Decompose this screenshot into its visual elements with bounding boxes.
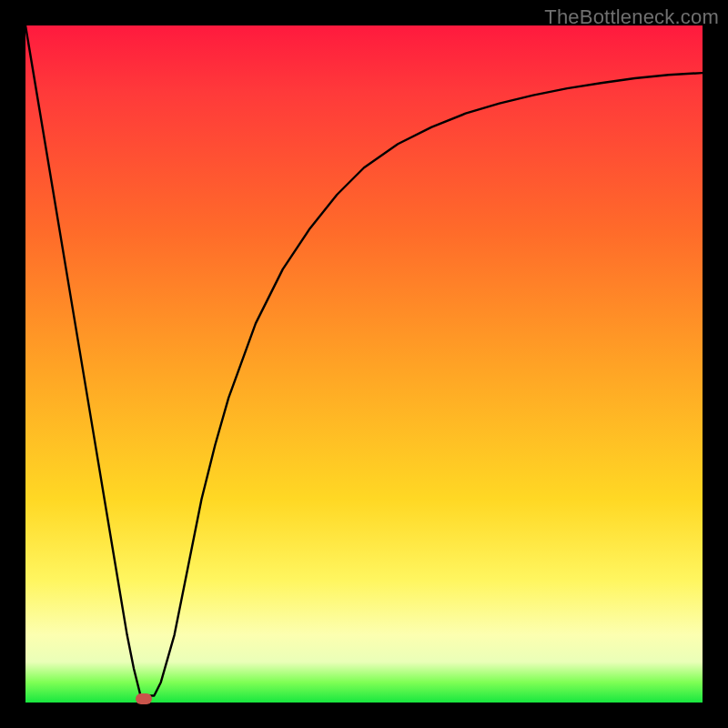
minimum-marker <box>136 693 152 704</box>
curve-path <box>25 25 703 696</box>
plot-area <box>25 25 703 703</box>
chart-frame: TheBottleneck.com <box>0 0 728 728</box>
bottleneck-curve <box>25 25 703 703</box>
